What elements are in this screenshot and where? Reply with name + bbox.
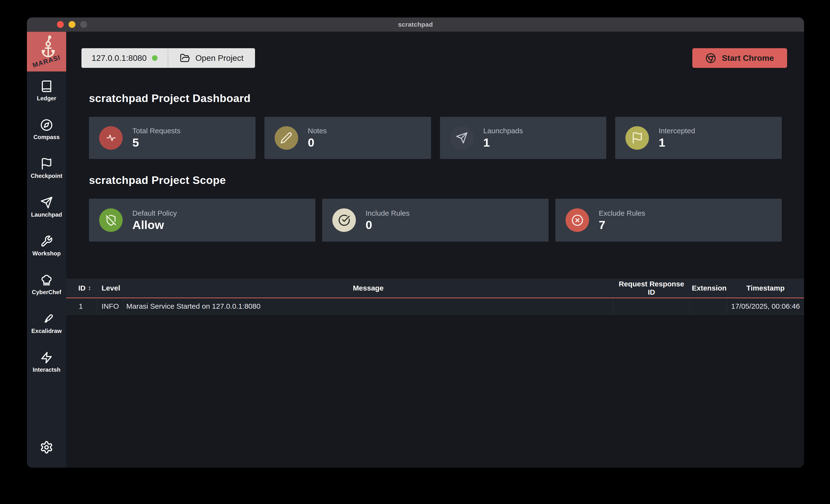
column-header-extension[interactable]: Extension xyxy=(690,284,727,292)
status-dot-icon xyxy=(152,55,158,61)
sidebar-item-ledger[interactable]: Ledger xyxy=(27,80,66,119)
scope-circle xyxy=(332,208,356,232)
scope-card-default-policy: Default Policy Allow xyxy=(89,199,315,242)
scope-label: Exclude Rules xyxy=(599,209,645,217)
shield-off-icon xyxy=(105,214,117,226)
wrench-icon xyxy=(40,235,53,248)
cell-extension xyxy=(690,298,727,314)
sidebar-item-excalidraw[interactable]: Excalidraw xyxy=(27,312,66,351)
column-header-request-response-id[interactable]: Request Response ID xyxy=(613,280,690,296)
stat-value: 0 xyxy=(308,136,327,149)
sidebar-item-label: Interactsh xyxy=(33,366,61,373)
scope-title: scratchpad Project Scope xyxy=(89,174,782,187)
stat-card-total-requests: Total Requests 5 xyxy=(89,117,255,159)
cell-timestamp: 17/05/2025, 00:06:46 xyxy=(727,298,804,314)
scope-card-include-rules: Include Rules 0 xyxy=(322,199,549,242)
sidebar-item-label: Workshop xyxy=(32,250,61,257)
sidebar-nav: Ledger Compass Checkpoint Launchpad Work… xyxy=(27,71,66,390)
stat-card-launchpads: Launchpads 1 xyxy=(440,117,607,159)
column-header-level[interactable]: Level xyxy=(97,284,123,292)
sidebar: MARASI Ledger Compass Checkpoint Launc xyxy=(27,32,66,468)
open-project-label: Open Project xyxy=(195,53,244,63)
flag-icon xyxy=(40,158,53,170)
sidebar-item-workshop[interactable]: Workshop xyxy=(27,235,66,274)
scope-value: 7 xyxy=(599,219,645,231)
app-window: scratchpad MARASI Ledger xyxy=(27,18,804,468)
cell-level: INFO xyxy=(97,298,123,314)
sidebar-item-label: Checkpoint xyxy=(31,172,63,179)
paper-plane-icon xyxy=(456,132,468,144)
stat-value: 1 xyxy=(659,136,695,149)
stat-circle xyxy=(626,126,649,150)
book-icon xyxy=(40,80,53,93)
table-row[interactable]: 1 INFO Marasi Service Started on 127.0.0… xyxy=(66,298,804,314)
circle-x-icon xyxy=(571,214,583,226)
main-panel: 127.0.0.1:8080 Open Project Start Chrome… xyxy=(66,32,804,468)
stat-value: 1 xyxy=(483,136,523,149)
dashboard-title: scratchpad Project Dashboard xyxy=(89,92,782,105)
column-header-message[interactable]: Message xyxy=(123,284,613,292)
flag-icon xyxy=(631,132,643,144)
chrome-icon xyxy=(705,53,716,64)
stat-value: 5 xyxy=(132,136,180,149)
title-bar[interactable]: scratchpad xyxy=(27,18,804,32)
activity-icon xyxy=(105,132,117,144)
scope-circle xyxy=(99,208,123,232)
sidebar-settings[interactable] xyxy=(40,440,53,468)
sidebar-item-compass[interactable]: Compass xyxy=(27,119,66,158)
cell-request-response-id xyxy=(613,298,690,314)
circle-check-icon xyxy=(338,214,350,226)
sidebar-item-label: Excalidraw xyxy=(31,328,62,334)
sidebar-item-interactsh[interactable]: Interactsh xyxy=(27,351,66,390)
paintbrush-icon xyxy=(40,312,53,325)
scope-label: Default Policy xyxy=(132,209,177,217)
stat-circle xyxy=(450,126,474,150)
column-header-id[interactable]: ID ↕ xyxy=(66,284,97,292)
sidebar-item-label: Launchpad xyxy=(31,211,62,218)
stat-circle xyxy=(275,126,298,150)
stat-label: Intercepted xyxy=(659,127,695,135)
log-table-header: ID ↕ Level Message Request Response ID E… xyxy=(66,278,804,298)
sidebar-item-label: CyberChef xyxy=(32,289,61,296)
sidebar-item-checkpoint[interactable]: Checkpoint xyxy=(27,158,66,196)
stat-card-intercepted: Intercepted 1 xyxy=(615,117,782,159)
stat-label: Launchpads xyxy=(483,127,523,135)
scope-label: Include Rules xyxy=(365,209,410,217)
chef-hat-icon xyxy=(40,274,53,287)
stat-label: Total Requests xyxy=(132,127,180,135)
scope-cards: Default Policy Allow Include Rules 0 xyxy=(89,199,782,242)
sidebar-item-cyberchef[interactable]: CyberChef xyxy=(27,274,66,312)
scope-value: Allow xyxy=(132,219,177,231)
top-toolbar: 127.0.0.1:8080 Open Project Start Chrome xyxy=(82,48,787,68)
sidebar-item-label: Compass xyxy=(33,134,60,140)
bolt-icon xyxy=(40,351,53,364)
column-header-timestamp[interactable]: Timestamp xyxy=(727,284,804,292)
window-title: scratchpad xyxy=(27,21,804,28)
sidebar-item-launchpad[interactable]: Launchpad xyxy=(27,196,66,235)
stat-circle xyxy=(99,126,123,150)
paper-plane-icon xyxy=(40,196,53,209)
open-project-button[interactable]: Open Project xyxy=(168,48,255,68)
stat-label: Notes xyxy=(308,127,327,135)
scope-card-exclude-rules: Exclude Rules 7 xyxy=(555,199,782,242)
stat-card-notes: Notes 0 xyxy=(264,117,431,159)
marasi-logo: MARASI xyxy=(27,32,66,71)
scope-circle xyxy=(566,208,589,232)
sidebar-item-label: Ledger xyxy=(37,95,56,102)
scope-value: 0 xyxy=(365,219,410,231)
dashboard-content: scratchpad Project Dashboard Total Reque… xyxy=(66,68,804,242)
start-chrome-button[interactable]: Start Chrome xyxy=(692,48,787,68)
proxy-address: 127.0.0.1:8080 xyxy=(92,53,147,63)
log-table: ID ↕ Level Message Request Response ID E… xyxy=(66,278,804,314)
start-chrome-label: Start Chrome xyxy=(722,53,774,63)
pencil-icon xyxy=(280,132,292,144)
compass-icon xyxy=(40,119,53,131)
cell-id: 1 xyxy=(66,298,97,314)
sort-icon[interactable]: ↕ xyxy=(88,284,91,292)
gear-icon xyxy=(40,440,53,454)
stat-cards: Total Requests 5 Notes 0 xyxy=(89,117,782,159)
proxy-address-button[interactable]: 127.0.0.1:8080 xyxy=(82,48,168,68)
cell-message: Marasi Service Started on 127.0.0.1:8080 xyxy=(123,298,613,314)
folder-open-icon xyxy=(180,53,190,63)
address-group: 127.0.0.1:8080 Open Project xyxy=(82,48,255,68)
